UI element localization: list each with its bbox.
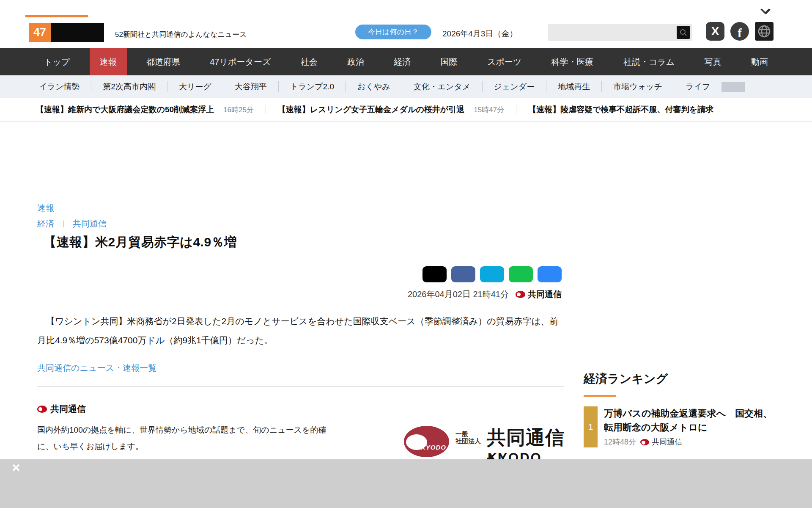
nav-item-sokuho[interactable]: 速報	[90, 48, 127, 75]
today-button-label: 今日は何の日？	[368, 28, 419, 36]
ticker-divider	[266, 105, 266, 114]
topic-trump[interactable]: トランプ2.0	[278, 81, 346, 92]
ticker-title: 【速報】レスリング女子五輪金メダルの桜井が引退	[278, 104, 464, 115]
share-button-2[interactable]	[451, 266, 475, 282]
nav-item-economy[interactable]: 経済	[384, 48, 421, 75]
x-icon[interactable]: X	[706, 22, 724, 41]
topic-culture[interactable]: 文化・エンタメ	[402, 81, 482, 92]
breadcrumb-category-link[interactable]: 経済	[37, 218, 54, 229]
kyodo-news-list-link[interactable]: 共同通信のニュース・速報一覧	[37, 362, 156, 374]
search-input[interactable]	[551, 24, 674, 41]
main-nav: トップ 速報 都道府県 47リポーターズ 社会 政治 経済 国際 スポーツ 科学…	[0, 48, 812, 75]
today-button[interactable]: 今日は何の日？	[355, 25, 431, 39]
topic-okuyami[interactable]: おくやみ	[346, 81, 402, 92]
article-divider	[37, 386, 564, 387]
share-button-row	[37, 266, 562, 282]
search-box	[548, 24, 692, 41]
corp-type-line2: 社団法人	[455, 437, 481, 444]
ranking-divider-line	[616, 396, 775, 396]
ranking-item-1[interactable]: 1 万博バスの補助金返還要求へ 国交相、転用断念の大阪メトロに 12時48分 共…	[584, 406, 775, 447]
topic-iran[interactable]: イラン情勢	[39, 81, 91, 92]
nav-item-editorial-column[interactable]: 社説・コラム	[613, 48, 685, 75]
ranking-divider-accent	[584, 395, 616, 397]
publisher-header[interactable]: 共同通信	[37, 403, 86, 415]
article-body: 【ワシントン共同】米商務省が2日発表した2月のモノとサービスを合わせた国際収支ベ…	[37, 312, 564, 350]
topic-market-watch[interactable]: 市場ウォッチ	[601, 81, 674, 92]
article-meta: 2026年04月02日 21時41分 共同通信	[37, 289, 562, 300]
breadcrumb-source-link[interactable]: 共同通信	[73, 218, 107, 229]
share-button-1[interactable]	[422, 266, 447, 282]
share-button-3[interactable]	[480, 266, 504, 282]
topic-mlb[interactable]: 大リーグ	[167, 81, 223, 92]
rank-item-meta: 12時48分 共同通信	[604, 437, 775, 447]
kyodo-icon	[37, 406, 47, 413]
ticker-time: 15時47分	[474, 105, 504, 115]
ticker-title: 【速報】陵虐容疑で検事不起訴不服、付審判を請求	[528, 104, 713, 115]
site-header: 47 52新聞社と共同通信のよんななニュース 今日は何の日？ 2026年4月3日…	[0, 0, 812, 48]
site-logo[interactable]: 47	[29, 23, 104, 42]
logo-accent-line	[25, 15, 88, 17]
logo-news-block	[51, 23, 104, 42]
ticker-time: 16時25分	[223, 105, 254, 115]
rank-item-time: 12時48分	[604, 437, 636, 447]
kyodo-icon	[516, 291, 525, 298]
nav-item-society[interactable]: 社会	[291, 48, 328, 75]
topics-bar: イラン情勢 第2次高市内閣 大リーグ 大谷翔平 トランプ2.0 おくやみ 文化・…	[0, 75, 812, 98]
nav-item-top[interactable]: トップ	[34, 48, 80, 75]
close-icon[interactable]: ×	[12, 459, 20, 476]
nav-item-sports[interactable]: スポーツ	[477, 48, 532, 75]
globe-icon[interactable]	[755, 22, 774, 41]
kyodo-logo-en-label: KYODO	[421, 444, 446, 451]
ticker-divider	[516, 105, 516, 114]
topic-life[interactable]: ライフ	[674, 81, 721, 92]
topics-end-divider	[721, 82, 745, 92]
facebook-icon[interactable]: f	[730, 22, 749, 41]
topic-regional[interactable]: 地域再生	[546, 81, 601, 92]
site-tagline: 52新聞社と共同通信のよんななニュース	[115, 30, 247, 39]
nav-item-prefectures[interactable]: 都道府県	[136, 48, 190, 75]
rank-item-title: 万博バスの補助金返還要求へ 国交相、転用断念の大阪メトロに	[604, 406, 775, 434]
topic-takaichi-cabinet[interactable]: 第2次高市内閣	[91, 81, 167, 92]
ticker-title: 【速報】維新内で大阪府議会定数の50削減案浮上	[36, 104, 214, 115]
ranking-heading: 経済ランキング	[584, 371, 668, 387]
publisher-name: 共同通信	[50, 403, 86, 415]
ticker-item[interactable]: 【速報】維新内で大阪府議会定数の50削減案浮上 16時25分	[36, 104, 254, 115]
share-button-5[interactable]	[538, 266, 562, 282]
share-button-4[interactable]	[509, 266, 533, 282]
breadcrumb-separator: ｜	[60, 219, 67, 228]
article-source[interactable]: 共同通信	[528, 289, 562, 300]
breadcrumb-sokuho-link[interactable]: 速報	[37, 202, 54, 214]
nav-item-international[interactable]: 国際	[431, 48, 468, 75]
rank-number-badge: 1	[584, 406, 598, 447]
page: 47 52新聞社と共同通信のよんななニュース 今日は何の日？ 2026年4月3日…	[0, 0, 812, 508]
rank-item-body: 万博バスの補助金返還要求へ 国交相、転用断念の大阪メトロに 12時48分 共同通…	[604, 406, 775, 447]
nav-item-science-medical[interactable]: 科学・医療	[541, 48, 604, 75]
kyodo-corp-type: 一般 社団法人	[455, 430, 481, 444]
breadcrumb: 経済 ｜ 共同通信	[37, 218, 107, 229]
nav-item-politics[interactable]: 政治	[337, 48, 374, 75]
topic-gender[interactable]: ジェンダー	[482, 81, 546, 92]
search-icon	[680, 29, 687, 36]
search-button[interactable]	[677, 26, 690, 39]
header-date: 2026年4月3日（金）	[442, 28, 517, 39]
article-title: 【速報】米2月貿易赤字は4.9％増	[44, 234, 237, 251]
breaking-news-ticker: 【速報】維新内で大阪府議会定数の50削減案浮上 16時25分 【速報】レスリング…	[0, 98, 812, 121]
rank-item-source: 共同通信	[652, 437, 682, 447]
nav-item-video[interactable]: 動画	[741, 48, 778, 75]
chevron-down-icon[interactable]	[761, 9, 771, 15]
logo-47-badge: 47	[29, 23, 51, 42]
ticker-item[interactable]: 【速報】レスリング女子五輪金メダルの桜井が引退 15時47分	[278, 104, 504, 115]
globe-glyph	[757, 24, 771, 39]
nav-item-photo[interactable]: 写真	[694, 48, 732, 75]
nav-item-47reporters[interactable]: 47リポーターズ	[200, 48, 281, 75]
ticker-item[interactable]: 【速報】陵虐容疑で検事不起訴不服、付審判を請求	[528, 104, 713, 115]
kyodo-logo-ellipse-icon: KYODO	[404, 426, 449, 457]
publish-datetime: 2026年04月02日 21時41分	[408, 289, 509, 300]
topic-ohtani[interactable]: 大谷翔平	[223, 81, 278, 92]
ranking-divider	[584, 395, 775, 397]
kyodo-icon	[640, 439, 649, 445]
publisher-description: 国内外約100の拠点を軸に、世界情勢から地域の話題まで、旬のニュースを的確に、い…	[37, 422, 335, 455]
bottom-ad-overlay: ×	[0, 459, 812, 508]
corp-type-line1: 一般	[455, 430, 481, 437]
